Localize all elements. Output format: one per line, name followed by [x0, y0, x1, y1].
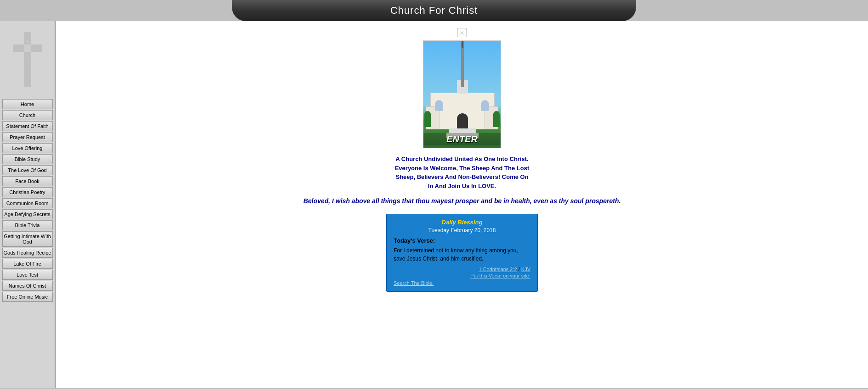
verse-links: 1 Corinthians 2:2 / KJV [394, 267, 530, 272]
verse-text: For I determined not to know any thing a… [394, 246, 530, 263]
navigation-list: HomeChurchStatement Of FaithPrayer Reque… [2, 98, 53, 303]
todays-verse-label: Today's Verse: [394, 237, 530, 244]
sidebar-item-christian-poetry[interactable]: Christian Poetry [2, 187, 53, 197]
svg-rect-7 [24, 32, 31, 87]
sidebar-item-bible-study[interactable]: Bible Study [2, 154, 53, 164]
church-image[interactable]: ENTER [423, 40, 501, 148]
sidebar-item-love-test[interactable]: Love Test [2, 270, 53, 280]
daily-blessing-title: Daily Blessing [394, 219, 530, 226]
verse-ref1-link[interactable]: 1 Corinthians 2:2 [479, 267, 517, 272]
site-title: Church For Christ [232, 5, 636, 17]
sidebar-item-names-of-christ[interactable]: Names Of Christ [2, 281, 53, 291]
sidebar-item-lake-of-fire[interactable]: Lake Of Fire [2, 259, 53, 269]
svg-rect-8 [13, 44, 42, 52]
church-enter-text[interactable]: ENTER [423, 133, 501, 145]
sidebar-item-free-online-music[interactable]: Free Online Music [2, 292, 53, 302]
sidebar-item-bible-trivia[interactable]: Bible Trivia [2, 220, 53, 230]
sidebar-item-getting-intimate-with-god[interactable]: Getting Intimate With God [2, 231, 53, 247]
sidebar-item-prayer-request[interactable]: Prayer Request [2, 132, 53, 142]
sidebar-item-face-book[interactable]: Face Book [2, 176, 53, 186]
site-header: Church For Christ [232, 0, 636, 21]
sidebar: ✦ ✦ ✦ ✦ ✦ HomeChurchStatement Of FaithPr… [0, 21, 55, 388]
sidebar-item-church[interactable]: Church [2, 110, 53, 120]
main-layout: ✦ ✦ ✦ ✦ ✦ HomeChurchStatement Of FaithPr… [0, 21, 868, 388]
verse-ref2-link[interactable]: KJV [521, 267, 530, 272]
sidebar-logo: ✦ ✦ ✦ ✦ ✦ [7, 23, 48, 94]
sidebar-item-love-offering[interactable]: Love Offering [2, 143, 53, 153]
sidebar-item-statement-of-faith[interactable]: Statement Of Faith [2, 121, 53, 131]
daily-blessing-box: Daily Blessing Tuesday February 20, 2018… [386, 214, 538, 292]
main-content: ENTER A Church Undivided United As One I… [55, 21, 868, 388]
beloved-verse: Beloved, I wish above all things that th… [63, 197, 861, 205]
top-image [63, 28, 861, 38]
church-image-container[interactable]: ENTER [63, 40, 861, 150]
search-bible-link[interactable]: Search The Bible. [394, 280, 530, 286]
sidebar-item-communion-room[interactable]: Communion Room [2, 198, 53, 208]
put-verse-link[interactable]: Put this Verse on your site. [394, 273, 530, 278]
sidebar-item-age-defying-secrets[interactable]: Age Defying Secrets [2, 209, 53, 219]
church-tagline: A Church Undivided United As One Into Ch… [366, 155, 558, 190]
daily-blessing-date: Tuesday February 20, 2018 [394, 227, 530, 233]
sidebar-item-the-love-of-god[interactable]: The Love Of God [2, 165, 53, 175]
cross-icon: ✦ ✦ ✦ ✦ ✦ [9, 27, 46, 91]
sidebar-item-home[interactable]: Home [2, 99, 53, 109]
sidebar-item-gods-healing-recipe[interactable]: Gods Healing Recipe [2, 248, 53, 258]
